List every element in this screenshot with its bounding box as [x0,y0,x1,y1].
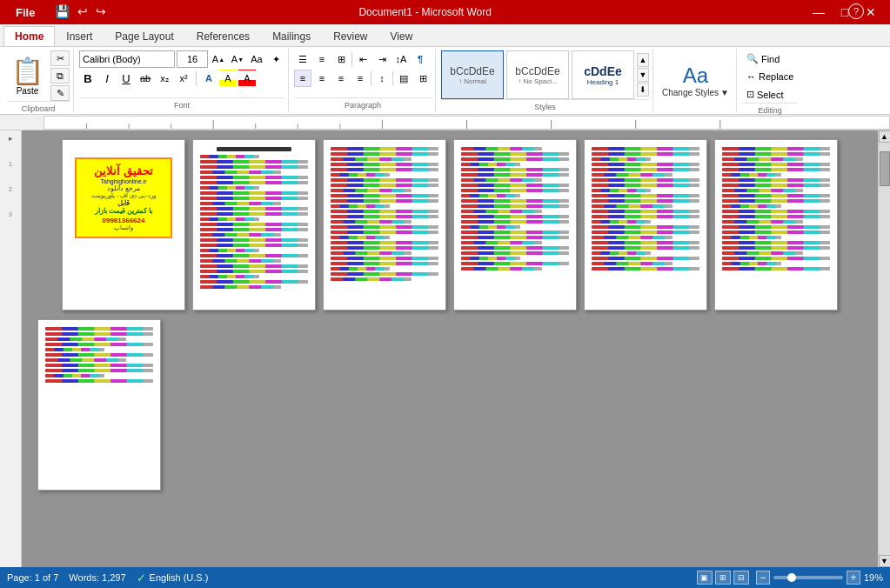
file-tab-button[interactable]: File [7,4,43,21]
zoom-slider[interactable] [773,576,843,579]
show-formatting-button[interactable]: ¶ [412,50,429,68]
p4-line11 [461,199,569,203]
tab-references[interactable]: References [185,26,261,46]
scroll-thumb[interactable] [880,151,890,186]
align-center-button[interactable]: ≡ [313,70,331,87]
styles-scroll-down-button[interactable]: ▼ [637,68,649,82]
decrease-indent-button[interactable]: ⇤ [354,50,371,68]
page-6-thumbnail[interactable] [714,139,838,311]
p5-line9 [592,189,651,192]
font-size-input[interactable] [177,50,208,68]
save-quick-button[interactable]: 💾 [52,3,72,19]
page-2-thumbnail[interactable] [192,139,316,311]
p5-line21 [592,251,651,255]
justify-button[interactable]: ≡ [351,70,369,87]
styles-group: bCcDdEe ↑ Normal bCcDdEe ↑ No Spaci... c… [438,49,653,112]
shading-button[interactable]: ▤ [395,70,412,87]
superscript-button[interactable]: x² [175,70,192,87]
help-button[interactable]: ? [848,3,864,19]
full-reading-view-button[interactable]: ⊞ [715,571,731,585]
p6-line22 [722,257,830,260]
scroll-track[interactable] [879,143,891,555]
tab-view[interactable]: View [379,26,425,46]
font-shrink-button[interactable]: A▼ [229,50,246,68]
increase-indent-button[interactable]: ⇥ [373,50,391,68]
p3-line23 [331,262,438,265]
highlight-color-button[interactable]: A [219,70,237,87]
page-1-thumbnail[interactable]: تحقیق آنلاین Tahghighonline.ir مرجع دانل… [62,139,185,311]
paste-button[interactable]: 📋 Paste [7,53,48,98]
redo-quick-button[interactable]: ↪ [93,3,109,19]
font-name-input[interactable] [79,50,175,68]
line-spacing-button[interactable]: ↕ [373,70,391,87]
numbering-button[interactable]: ≡ [313,50,331,68]
underline-button[interactable]: U [117,70,135,87]
style-heading1-preview: cDdEe [584,64,622,78]
tab-insert[interactable]: Insert [55,26,104,46]
paste-icon: 📋 [11,56,43,86]
scroll-up-button[interactable]: ▲ [879,130,891,143]
editing-group-label: Editing [742,103,798,116]
style-normal-button[interactable]: bCcDdEe ↑ Normal [441,50,504,99]
undo-quick-button[interactable]: ↩ [75,3,90,19]
style-heading1-button[interactable]: cDdEe Heading 1 [572,50,634,99]
p2-line16 [200,233,281,237]
tab-review[interactable]: Review [322,26,378,46]
change-case-button[interactable]: Aa [248,50,265,68]
para-divider2 [371,71,371,85]
word-count-label: Words: 1,297 [69,572,125,583]
align-left-button[interactable]: ≡ [294,70,311,87]
find-button[interactable]: 🔍 Find [742,50,798,67]
italic-button[interactable]: I [98,70,116,87]
cut-button[interactable]: ✂ [50,50,70,66]
p5-line19 [592,241,699,244]
page-4-thumbnail[interactable] [453,139,577,311]
p4-line3 [461,157,569,161]
select-button[interactable]: ⊡ Select [742,86,798,103]
format-painter-button[interactable]: ✎ [50,85,70,101]
styles-scroll-up-button[interactable]: ▲ [637,53,649,67]
copy-button[interactable]: ⧉ [50,68,70,84]
bullets-button[interactable]: ☰ [294,50,311,68]
web-layout-view-button[interactable]: ⊟ [733,571,749,585]
p3-line5 [331,168,438,171]
p6-line16 [722,225,830,229]
print-layout-view-button[interactable]: ▣ [697,571,713,585]
page-5-thumbnail[interactable] [584,139,707,311]
borders-button[interactable]: ⊞ [414,70,432,87]
subscript-button[interactable]: x₂ [156,70,173,87]
change-styles-icon: Aa [683,63,708,88]
p2-line20 [200,254,308,257]
p3-line2 [331,152,438,156]
page-3-thumbnail[interactable] [323,139,446,311]
scroll-down-button[interactable]: ▼ [879,555,891,567]
para-divider3 [392,71,393,85]
style-nospace-button[interactable]: bCcDdEe ↑ No Spaci... [506,50,569,99]
minimize-button[interactable]: — [806,3,831,21]
p2-line14 [200,223,308,226]
p6-line12 [722,204,781,208]
clear-formatting-button[interactable]: ✦ [267,50,284,68]
strikethrough-button[interactable]: ab [137,70,154,87]
p6-line19 [722,241,830,244]
sort-button[interactable]: ↕A [392,50,410,68]
replace-button[interactable]: ↔ Replace [742,69,798,84]
document-canvas[interactable]: تحقیق آنلاین Tahghighonline.ir مرجع دانل… [22,130,878,567]
change-styles-group[interactable]: Aa Change Styles ▼ [655,49,737,112]
font-color-button[interactable]: A [238,70,256,87]
multilevel-list-button[interactable]: ⊞ [332,50,350,68]
zoom-in-button[interactable]: + [847,571,860,585]
p4-line14 [461,215,569,218]
tab-home[interactable]: Home [3,26,55,46]
align-right-button[interactable]: ≡ [332,70,350,87]
styles-group-label: Styles [441,99,649,112]
bold-button[interactable]: B [79,70,97,87]
tab-page-layout[interactable]: Page Layout [104,26,184,46]
text-effects-button[interactable]: A [200,70,217,87]
tab-mailings[interactable]: Mailings [261,26,322,46]
styles-more-button[interactable]: ⬇ [637,83,649,97]
font-grow-button[interactable]: A▲ [210,50,227,68]
page-7-thumbnail[interactable] [37,319,161,491]
find-label: Find [761,54,780,64]
zoom-out-button[interactable]: − [756,571,770,585]
